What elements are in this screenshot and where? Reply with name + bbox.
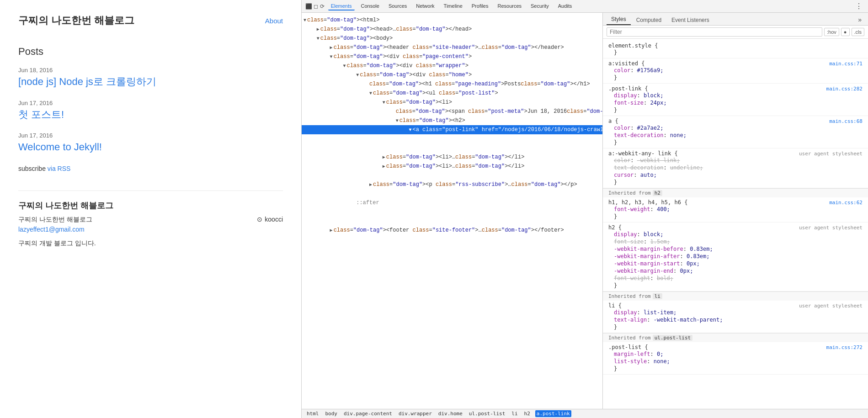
toolbar-tab-console[interactable]: Console: [358, 2, 382, 10]
styles-tab-more[interactable]: »: [855, 14, 864, 25]
prop-value: underline;: [670, 164, 703, 171]
dom-line[interactable]: ▼class="dom-tag"><body>: [302, 34, 602, 43]
css-closing-brace: }: [614, 74, 863, 81]
dom-panel[interactable]: ▼class="dom-tag"><html> ▶class="dom-tag"…: [302, 13, 603, 409]
post-list-container: Jun 18, 2016 [node js] Node js로 크롤링하기 Ju…: [18, 67, 283, 154]
tab-styles[interactable]: Styles: [607, 14, 631, 25]
css-property: display: list-item;: [614, 309, 863, 316]
dom-line[interactable]: ▶class="dom-tag"><footer class="site-foo…: [302, 226, 602, 235]
breadcrumb-item[interactable]: h2: [523, 410, 532, 417]
dom-line[interactable]: ▶class="dom-tag"><header class="site-hea…: [302, 43, 602, 52]
styles-filter-input[interactable]: [607, 27, 822, 37]
source-link[interactable]: main.css:62: [829, 200, 863, 206]
css-property: color: #2a7ae2;: [614, 124, 863, 132]
prop-name: font-weight: [614, 275, 650, 281]
prop-value: none;: [670, 132, 687, 138]
dom-line[interactable]: [302, 143, 602, 153]
breadcrumb-item[interactable]: body: [324, 410, 339, 417]
css-property: font-weight: bold;: [614, 275, 863, 282]
css-rule: .post-list {main.css:272 margin-left: 0;…: [603, 342, 868, 375]
dom-line[interactable]: ▼class="dom-tag"><div class="wrapper">: [302, 61, 602, 70]
dom-line[interactable]: ▼class="dom-tag"><div class="page-conten…: [302, 52, 602, 61]
dom-line[interactable]: [302, 217, 602, 226]
css-selector: .post-link {main.css:282: [608, 85, 863, 92]
nav-about-link[interactable]: About: [265, 17, 283, 25]
breadcrumb-item[interactable]: html: [305, 410, 320, 417]
site-title: 구찌의 나도한번 해블로그: [18, 14, 134, 27]
prop-name: color: [614, 157, 630, 164]
toolbar-tab-security[interactable]: Security: [528, 2, 552, 10]
dom-line[interactable]: [302, 207, 602, 217]
prop-value: 0;: [657, 351, 663, 357]
dom-line[interactable]: class="dom-tag"><h1 class="page-heading"…: [302, 79, 602, 89]
devtools-toolbar: ⬛ ◻ ⟳ ElementsConsoleSourcesNetworkTimel…: [302, 0, 868, 13]
toolbar-tab-network[interactable]: Network: [413, 2, 437, 10]
toolbar-tab-elements[interactable]: Elements: [328, 2, 355, 11]
rss-link[interactable]: via RSS: [48, 165, 71, 172]
prop-name: margin-left: [614, 351, 650, 357]
filter-cls-button[interactable]: .cls: [852, 28, 865, 36]
filter-hov-button[interactable]: :hov: [824, 28, 839, 36]
tab-computed[interactable]: Computed: [632, 15, 666, 25]
dom-line[interactable]: [302, 235, 602, 244]
breadcrumb-item[interactable]: a.post-link: [535, 410, 571, 417]
dom-line[interactable]: ▼class="dom-tag"><div class="home">: [302, 70, 602, 79]
toolbar-tab-profiles[interactable]: Profiles: [469, 2, 491, 10]
toolbar-more-button[interactable]: ⋮: [853, 2, 864, 11]
dom-line[interactable]: ▼<a class="post-link" href="/nodejs/2016…: [302, 125, 602, 134]
breadcrumb-item[interactable]: div.wrapper: [397, 410, 433, 417]
css-closing-brace: }: [614, 213, 863, 220]
post-item: Jun 17, 2016 Welcome to Jekyll!: [18, 132, 283, 154]
dom-line[interactable]: ::after: [302, 198, 602, 207]
dom-line[interactable]: ▼class="dom-tag"><li>: [302, 98, 602, 107]
breadcrumb-bar: html body div.page-content div.wrapper d…: [302, 409, 868, 418]
css-closing-brace: }: [614, 365, 863, 372]
dom-line[interactable]: ▼class="dom-tag"><html>: [302, 16, 602, 25]
prop-value: -webkit-match-parent;: [654, 317, 723, 323]
source-link[interactable]: main.css:68: [829, 118, 863, 124]
post-title-link[interactable]: [node js] Node js로 크롤링하기: [18, 76, 156, 87]
site-footer-section: 구찌의 나도한번 해블로그 구찌의 나도한번 해블로그 lazyeffect1@…: [18, 190, 283, 248]
css-selector-text: h1, h2, h3, h4, h5, h6 {: [608, 199, 687, 206]
css-selector-text: a {: [608, 118, 618, 124]
dom-line[interactable]: [302, 189, 602, 198]
dom-line[interactable]: class="dom-tag"><span class="post-meta">…: [302, 107, 602, 116]
toolbar-tab-audits[interactable]: Audits: [555, 2, 575, 10]
css-rule: element.style {}: [603, 41, 868, 58]
filter-dot-button[interactable]: ●: [841, 28, 850, 36]
dom-line[interactable]: [302, 244, 602, 245]
prop-name: font-weight: [614, 206, 650, 212]
dom-line[interactable]: ▶class="dom-tag"><p class="rss-subscribe…: [302, 180, 602, 189]
github-link[interactable]: ⊙ koocci: [257, 216, 283, 223]
breadcrumb-item[interactable]: li: [510, 410, 519, 417]
tab-event-listeners[interactable]: Event Listeners: [667, 15, 714, 25]
breadcrumb-item[interactable]: div.page-content: [342, 410, 394, 417]
css-rule: li {user agent stylesheet display: list-…: [603, 301, 868, 333]
dom-line[interactable]: [302, 171, 602, 180]
post-title-link[interactable]: Welcome to Jekyll!: [18, 141, 102, 153]
css-selector: li {user agent stylesheet: [608, 302, 863, 309]
dom-line[interactable]: ▶class="dom-tag"><li>…class="dom-tag"></…: [302, 162, 602, 171]
source-link[interactable]: main.css:71: [829, 61, 863, 67]
source-link[interactable]: main.css:282: [826, 86, 863, 92]
dom-line[interactable]: [302, 134, 602, 143]
footer-email[interactable]: lazyeffect1@gmail.com: [18, 226, 85, 233]
footer-title: 구찌의 나도한번 해블로그: [18, 200, 283, 211]
breadcrumb-item[interactable]: ul.post-list: [468, 410, 506, 417]
footer-owner: 구찌의 나도한번 해블로그: [18, 216, 92, 224]
devtools-side: ⬛ ◻ ⟳ ElementsConsoleSourcesNetworkTimel…: [302, 0, 868, 418]
breadcrumb-item[interactable]: div.home: [437, 410, 464, 417]
devtools-main: ▼class="dom-tag"><html> ▶class="dom-tag"…: [302, 13, 868, 409]
post-title-link[interactable]: 첫 포스트!: [18, 109, 64, 120]
dom-line[interactable]: ▶class="dom-tag"><head>…class="dom-tag">…: [302, 25, 602, 34]
source-link[interactable]: main.css:272: [826, 344, 863, 350]
toolbar-tab-timeline[interactable]: Timeline: [441, 2, 465, 10]
toolbar-tab-sources[interactable]: Sources: [386, 2, 410, 10]
css-property: font-size: 1.5em;: [614, 238, 863, 245]
prop-value: none;: [654, 358, 670, 365]
css-selector-text: li {: [608, 302, 622, 309]
toolbar-tab-resources[interactable]: Resources: [495, 2, 524, 10]
dom-line[interactable]: ▼class="dom-tag"><ul class="post-list">: [302, 89, 602, 98]
dom-line[interactable]: ▼class="dom-tag"><h2>: [302, 116, 602, 125]
dom-line[interactable]: ▶class="dom-tag"><li>…class="dom-tag"></…: [302, 153, 602, 162]
